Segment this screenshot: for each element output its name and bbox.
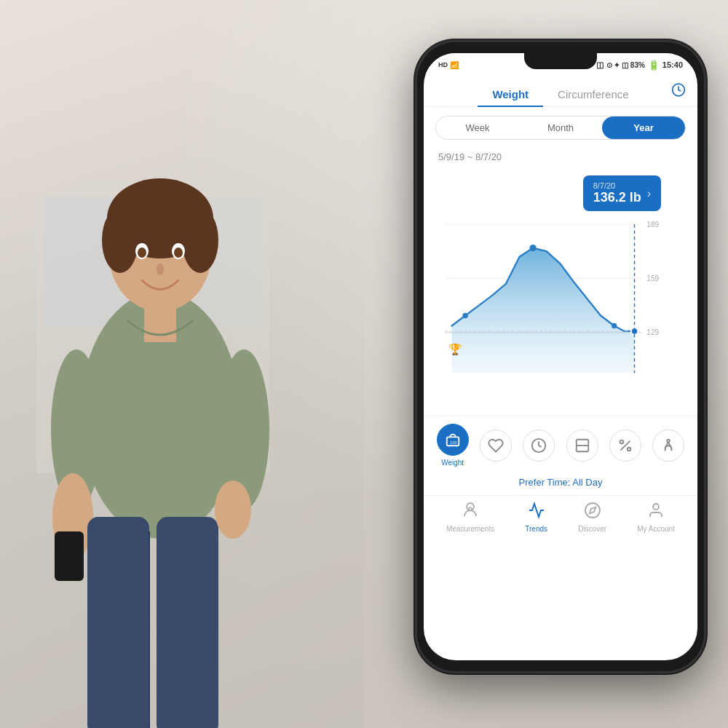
period-selector: Week Month Year (435, 116, 686, 140)
metric-activity[interactable] (523, 430, 555, 462)
metric-body[interactable] (566, 430, 598, 462)
metric-heart[interactable] (480, 430, 512, 462)
svg-point-43 (620, 440, 624, 443)
svg-point-22 (215, 480, 251, 539)
svg-text:159: 159 (646, 274, 659, 282)
metric-weight[interactable]: 100 Weight (437, 424, 469, 467)
person-area (0, 0, 364, 728)
heart-icon[interactable] (480, 430, 512, 462)
percent-icon[interactable] (609, 430, 641, 462)
svg-point-49 (653, 504, 659, 510)
time: 15:40 (662, 60, 683, 69)
svg-point-47 (585, 503, 600, 518)
tab-my-account[interactable]: My Account (637, 502, 675, 533)
svg-rect-19 (87, 517, 149, 728)
chart-tooltip: 8/7/20 136.2 lb › (583, 175, 661, 211)
metric-figure[interactable] (652, 430, 684, 462)
svg-point-30 (462, 313, 467, 318)
smartphone-mockup: HD 📶 ⊙ ✦ ◫ ⊙ ✦ ◫ 83% 🔋 15:40 Weight Circ… (415, 40, 706, 673)
trends-icon (528, 502, 545, 523)
svg-marker-48 (589, 507, 595, 513)
svg-text:129: 129 (646, 328, 659, 336)
svg-point-45 (667, 439, 670, 442)
figure-icon[interactable] (652, 430, 684, 462)
tab-measurements[interactable]: Measurements (446, 502, 494, 533)
quick-metrics-bar: 100 Weight (424, 416, 697, 470)
svg-point-14 (157, 264, 164, 275)
tab-weight[interactable]: Weight (478, 82, 543, 106)
my-account-icon (647, 502, 665, 523)
svg-text:100: 100 (450, 440, 456, 445)
date-range: 5/9/19 ~ 8/7/20 (424, 149, 697, 168)
network-icon: HD (438, 61, 448, 68)
svg-line-42 (621, 440, 630, 450)
notch (524, 53, 597, 69)
svg-text:🏆: 🏆 (448, 343, 462, 356)
main-tab-header: Weight Circumference (424, 76, 697, 107)
svg-point-9 (182, 207, 218, 273)
svg-point-46 (469, 507, 472, 510)
measurements-icon (462, 502, 479, 523)
smartphone-screen: HD 📶 ⊙ ✦ ◫ ⊙ ✦ ◫ 83% 🔋 15:40 Weight Circ… (424, 53, 697, 660)
period-month[interactable]: Month (519, 116, 602, 139)
svg-point-31 (529, 245, 536, 251)
weight-icon[interactable]: 100 (437, 424, 469, 456)
period-year[interactable]: Year (602, 116, 685, 139)
metric-percent[interactable] (609, 430, 641, 462)
activity-icon[interactable] (523, 430, 555, 462)
svg-point-8 (102, 207, 138, 273)
tab-trends[interactable]: Trends (525, 502, 547, 533)
tooltip-content: 8/7/20 136.2 lb (593, 181, 641, 205)
svg-text:189: 189 (646, 221, 659, 229)
svg-rect-20 (157, 517, 218, 728)
prefer-time-banner: Prefer Time: All Day (424, 470, 697, 495)
svg-point-32 (612, 323, 617, 328)
tab-circumference[interactable]: Circumference (543, 82, 644, 106)
tab-discover[interactable]: Discover (578, 502, 606, 533)
svg-rect-18 (55, 531, 84, 581)
history-button[interactable] (671, 82, 686, 100)
svg-point-11 (138, 248, 146, 258)
status-left: HD 📶 (438, 61, 459, 69)
period-week[interactable]: Week (436, 116, 519, 139)
signal-bars: ◫ (596, 60, 604, 70)
signal-icon: 📶 (450, 61, 459, 69)
svg-point-13 (174, 248, 183, 258)
discover-icon (584, 502, 601, 523)
bottom-tabbar: Measurements Trends Discover (424, 495, 697, 536)
battery-icon: 🔋 (648, 60, 660, 71)
person-figure (0, 36, 349, 728)
battery-percent: ⊙ ✦ ◫ 83% (606, 61, 645, 69)
tooltip-arrow-icon: › (647, 187, 651, 200)
body-icon[interactable] (566, 430, 598, 462)
chart-area: 8/7/20 136.2 lb › 189 (431, 168, 697, 416)
svg-point-44 (628, 447, 631, 451)
